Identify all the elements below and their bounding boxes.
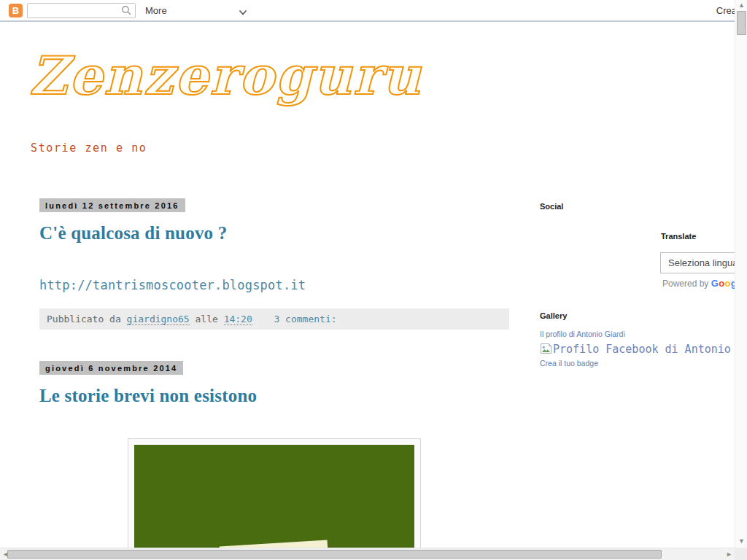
search-icon[interactable]: [121, 5, 131, 15]
post-title[interactable]: C'è qualcosa di nuovo ?: [39, 223, 227, 244]
published-prefix: Pubblicato da: [47, 314, 121, 324]
profile-link[interactable]: Il profilo di Antonio Giardi: [540, 330, 625, 338]
blogger-logo-icon[interactable]: B: [9, 4, 23, 18]
scroll-right-icon[interactable]: ►: [726, 551, 732, 558]
at-word: alle: [196, 314, 218, 324]
scroll-up-icon[interactable]: ▲: [738, 2, 745, 9]
chevron-down-icon: [239, 7, 247, 15]
blackboard-image: [134, 445, 414, 560]
post-date-badge: giovedì 6 novembre 2014: [39, 361, 183, 375]
horizontal-scrollbar-thumb[interactable]: [7, 550, 662, 559]
post-body-link[interactable]: http://tantrismoscooter.blogspot.it: [39, 278, 306, 292]
blog-title[interactable]: Zenzeroguru: [29, 47, 422, 104]
more-dropdown-label: More: [145, 5, 167, 16]
create-blog-link[interactable]: Crea: [716, 5, 737, 16]
vertical-scrollbar-thumb[interactable]: [737, 11, 746, 35]
horizontal-scrollbar[interactable]: ◄ ►: [0, 548, 735, 560]
post-title[interactable]: Le storie brevi non esistono: [39, 386, 257, 406]
gallery-heading: Gallery: [540, 311, 567, 320]
blogger-navbar: B More Crea: [0, 0, 747, 22]
badge-alt-link[interactable]: Profilo Facebook di Antonio Giardi: [553, 343, 747, 356]
vertical-scrollbar[interactable]: ▲ ▼: [735, 0, 747, 548]
scroll-down-icon[interactable]: ▼: [738, 538, 745, 545]
translate-heading: Translate: [661, 232, 696, 241]
powered-by-label: Powered by: [662, 279, 708, 289]
timestamp-link[interactable]: 14:20: [224, 314, 252, 325]
post-footer: Pubblicato da giardigno65 alle 14:20 3 c…: [39, 308, 509, 330]
post-date-badge: lunedì 12 settembre 2016: [39, 198, 185, 212]
blog-subtitle: Storie zen e no: [31, 141, 147, 155]
author-link[interactable]: giardigno65: [127, 314, 190, 325]
more-dropdown[interactable]: More: [145, 0, 251, 20]
scrollbar-corner: [735, 548, 747, 560]
broken-image-icon: [540, 343, 552, 354]
social-heading: Social: [540, 202, 563, 211]
blog-page: { "navbar": { "search_value": "", "searc…: [0, 0, 747, 560]
search-input[interactable]: [27, 3, 136, 18]
facebook-badge[interactable]: Profilo Facebook di Antonio Giardi: [540, 343, 747, 356]
comments-link[interactable]: 3 commenti:: [274, 314, 336, 324]
create-badge-link[interactable]: Crea il tuo badge: [540, 359, 598, 368]
post-image[interactable]: [128, 438, 421, 560]
